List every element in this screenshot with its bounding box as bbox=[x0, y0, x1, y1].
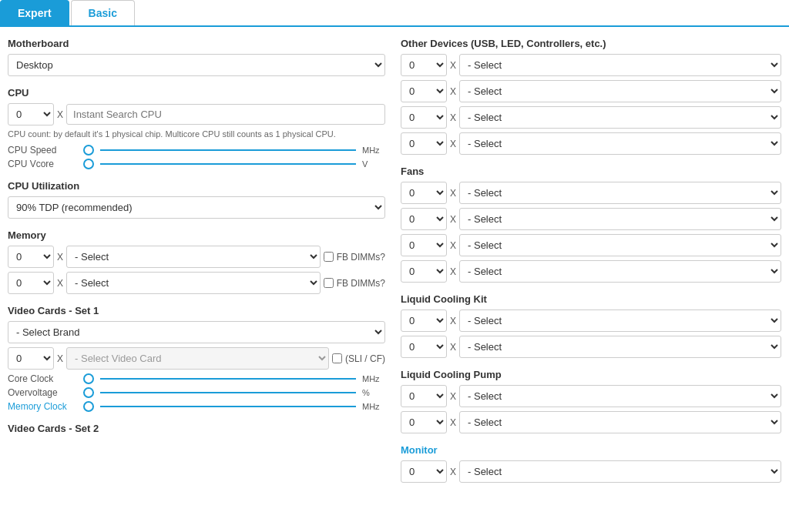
cpu-x-label: X bbox=[57, 109, 63, 120]
fans-select-0[interactable]: - Select bbox=[459, 182, 781, 204]
other-devices-row-0: 0 X - Select bbox=[401, 54, 781, 76]
fans-qty-1[interactable]: 0 bbox=[401, 208, 447, 230]
fans-qty-2[interactable]: 0 bbox=[401, 234, 447, 256]
monitor-section: Monitor 0 X - Select bbox=[401, 444, 781, 483]
video-brand-select[interactable]: - Select Brand bbox=[8, 321, 385, 343]
fans-row-1: 0 X - Select bbox=[401, 208, 781, 230]
cpu-vcore-slider-thumb bbox=[83, 159, 94, 169]
memory-clock-label[interactable]: Memory Clock bbox=[8, 401, 77, 412]
memory-label: Memory bbox=[8, 229, 385, 241]
memory-select-0[interactable]: - Select bbox=[66, 246, 321, 268]
cpu-section: CPU 0124 X CPU count: by default it's 1 … bbox=[8, 87, 385, 169]
memory-fbdimm-check-1[interactable] bbox=[324, 278, 334, 288]
other-devices-row-3: 0 X - Select bbox=[401, 132, 781, 155]
other-select-1[interactable]: - Select bbox=[459, 80, 781, 102]
tab-basic[interactable]: Basic bbox=[71, 0, 135, 25]
other-devices-label: Other Devices (USB, LED, Controllers, et… bbox=[401, 38, 781, 49]
cpu-help-text: CPU count: by default it's 1 physical ch… bbox=[8, 129, 385, 139]
memory-qty-select-0[interactable]: 01248 bbox=[8, 246, 54, 268]
video-cards-set1-label: Video Cards - Set 1 bbox=[8, 305, 385, 316]
fans-qty-3[interactable]: 0 bbox=[401, 260, 447, 283]
cpu-vcore-track[interactable] bbox=[100, 163, 356, 165]
memory-row-1: 01248 X - Select FB DIMMs? bbox=[8, 272, 385, 294]
video-qty-select[interactable]: 012 bbox=[8, 347, 54, 370]
liquid-cooling-pump-label: Liquid Cooling Pump bbox=[401, 369, 781, 380]
memory-qty-select-1[interactable]: 01248 bbox=[8, 272, 54, 294]
memory-fbdimm-label-1: FB DIMMs? bbox=[337, 278, 385, 289]
lck-row-0: 0 X - Select bbox=[401, 309, 781, 332]
other-qty-2[interactable]: 0 bbox=[401, 106, 447, 129]
lck-select-1[interactable]: - Select bbox=[459, 336, 781, 358]
lcp-qty-0[interactable]: 0 bbox=[401, 385, 447, 407]
main-content: Motherboard Desktop CPU 0124 X CPU count… bbox=[0, 27, 789, 504]
memory-fbdimm-label-0: FB DIMMs? bbox=[337, 252, 385, 263]
cpu-speed-label: CPU Speed bbox=[8, 145, 77, 156]
video-card-select[interactable]: - Select Video Card bbox=[66, 347, 329, 370]
lcp-qty-1[interactable]: 0 bbox=[401, 411, 447, 433]
cpu-vcore-label: CPU Vcore bbox=[8, 159, 77, 169]
fans-select-2[interactable]: - Select bbox=[459, 234, 781, 256]
video-sli-check[interactable] bbox=[332, 353, 342, 363]
monitor-select-0[interactable]: - Select bbox=[459, 460, 781, 483]
other-select-3[interactable]: - Select bbox=[459, 132, 781, 155]
cpu-search-input[interactable] bbox=[66, 104, 385, 125]
other-qty-3[interactable]: 0 bbox=[401, 132, 447, 155]
fans-select-3[interactable]: - Select bbox=[459, 260, 781, 283]
video-x-label: X bbox=[57, 353, 63, 364]
overvoltage-track[interactable] bbox=[100, 392, 356, 393]
fans-select-1[interactable]: - Select bbox=[459, 208, 781, 230]
other-select-2[interactable]: - Select bbox=[459, 106, 781, 129]
memory-clock-unit: MHz bbox=[362, 402, 385, 411]
other-qty-1[interactable]: 0 bbox=[401, 80, 447, 102]
lcp-select-0[interactable]: - Select bbox=[459, 385, 781, 407]
memory-fbdimm-check-0[interactable] bbox=[324, 252, 334, 262]
other-qty-0[interactable]: 0 bbox=[401, 54, 447, 76]
cpu-qty-row: 0124 X bbox=[8, 103, 385, 125]
video-cards-set2-label: Video Cards - Set 2 bbox=[8, 423, 385, 434]
fans-section: Fans 0 X - Select 0 X - Select 0 X - Sel… bbox=[401, 166, 781, 283]
other-devices-row-2: 0 X - Select bbox=[401, 106, 781, 129]
lcp-select-1[interactable]: - Select bbox=[459, 411, 781, 433]
monitor-label[interactable]: Monitor bbox=[401, 444, 781, 456]
lcp-row-1: 0 X - Select bbox=[401, 411, 781, 433]
left-column: Motherboard Desktop CPU 0124 X CPU count… bbox=[8, 38, 385, 494]
memory-row-0: 01248 X - Select FB DIMMs? bbox=[8, 246, 385, 268]
other-select-0[interactable]: - Select bbox=[459, 54, 781, 76]
cpu-speed-track[interactable] bbox=[100, 149, 356, 151]
lck-row-1: 0 X - Select bbox=[401, 336, 781, 358]
cpu-vcore-unit: V bbox=[362, 159, 385, 169]
monitor-row-0: 0 X - Select bbox=[401, 460, 781, 483]
memory-select-1[interactable]: - Select bbox=[66, 272, 321, 294]
memory-x-1: X bbox=[57, 278, 63, 289]
core-clock-thumb bbox=[83, 373, 94, 384]
lcp-row-0: 0 X - Select bbox=[401, 385, 781, 407]
lck-select-0[interactable]: - Select bbox=[459, 309, 781, 332]
motherboard-select[interactable]: Desktop bbox=[8, 54, 385, 76]
lck-qty-1[interactable]: 0 bbox=[401, 336, 447, 358]
fans-row-2: 0 X - Select bbox=[401, 234, 781, 256]
overvoltage-label: Overvoltage bbox=[8, 387, 77, 398]
tab-bar: Expert Basic bbox=[0, 0, 789, 27]
cpu-qty-select[interactable]: 0124 bbox=[8, 103, 54, 125]
monitor-qty-0[interactable]: 0 bbox=[401, 460, 447, 483]
liquid-cooling-kit-section: Liquid Cooling Kit 0 X - Select 0 X - Se… bbox=[401, 293, 781, 358]
liquid-cooling-pump-section: Liquid Cooling Pump 0 X - Select 0 X - S… bbox=[401, 369, 781, 433]
core-clock-unit: MHz bbox=[362, 374, 385, 383]
video-card-qty-row: 012 X - Select Video Card (SLI / CF) bbox=[8, 347, 385, 370]
liquid-cooling-kit-label: Liquid Cooling Kit bbox=[401, 293, 781, 305]
tab-expert[interactable]: Expert bbox=[0, 0, 69, 25]
memory-section: Memory 01248 X - Select FB DIMMs? 01248 … bbox=[8, 229, 385, 294]
fans-qty-0[interactable]: 0 bbox=[401, 182, 447, 204]
cpu-vcore-row: CPU Vcore V bbox=[8, 159, 385, 169]
core-clock-track[interactable] bbox=[100, 378, 356, 380]
fans-label: Fans bbox=[401, 166, 781, 177]
video-sli-label: (SLI / CF) bbox=[345, 353, 385, 364]
other-devices-section: Other Devices (USB, LED, Controllers, et… bbox=[401, 38, 781, 155]
overvoltage-unit: % bbox=[362, 388, 385, 397]
cpu-utilization-select[interactable]: 90% TDP (recommended) bbox=[8, 196, 385, 219]
overvoltage-thumb bbox=[83, 387, 94, 398]
lck-qty-0[interactable]: 0 bbox=[401, 309, 447, 332]
video-cards-set2-section: Video Cards - Set 2 bbox=[8, 423, 385, 434]
memory-clock-track[interactable] bbox=[100, 406, 356, 407]
cpu-speed-row: CPU Speed MHz bbox=[8, 145, 385, 156]
